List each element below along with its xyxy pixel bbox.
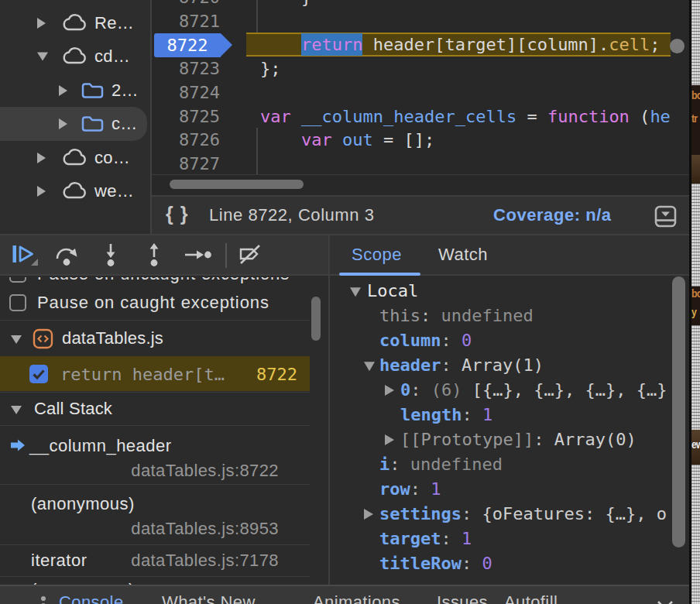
step-out-button[interactable] bbox=[143, 243, 165, 266]
tree-item-c[interactable]: c… bbox=[0, 107, 147, 141]
chevron-down-icon[interactable] bbox=[350, 287, 361, 297]
toggle-drawer-icon[interactable] bbox=[654, 205, 677, 228]
drawer-tab-animations[interactable]: Animations bbox=[313, 592, 400, 604]
code-token: header[target][column]. bbox=[362, 35, 609, 54]
chevron-down-icon[interactable] bbox=[37, 53, 48, 61]
drawer-tab-issues[interactable]: Issues bbox=[437, 592, 488, 604]
tab-watch[interactable]: Watch bbox=[438, 245, 488, 265]
deactivate-breakpoints-button[interactable] bbox=[238, 243, 263, 266]
more-tabs-icon[interactable] bbox=[41, 596, 46, 604]
breakpoint-code-snippet: return header[t… bbox=[60, 364, 225, 383]
scope-row[interactable]: target: 1 bbox=[330, 527, 685, 551]
scope-row[interactable]: settings: {oFeatures: {…}, o bbox=[330, 502, 685, 527]
code-token: __column_header_cells bbox=[301, 107, 516, 126]
scope-row[interactable]: 0: (6) [{…}, {…}, {…}, {…} bbox=[330, 378, 685, 403]
scope-entry-text: Local bbox=[367, 279, 418, 304]
chevron-right-icon[interactable] bbox=[364, 509, 373, 520]
scope-row[interactable]: [[Prototype]]: Array(0) bbox=[330, 427, 685, 452]
tree-item-label: cd… bbox=[94, 46, 130, 67]
chevron-right-icon[interactable] bbox=[385, 434, 394, 445]
chevron-right-icon[interactable] bbox=[37, 153, 46, 163]
scope-row[interactable]: length: 1 bbox=[330, 403, 685, 427]
chevron-down-icon[interactable] bbox=[364, 362, 375, 371]
scope-row[interactable]: i: undefined bbox=[330, 452, 685, 477]
tree-item-2[interactable]: 2… bbox=[0, 74, 150, 108]
debugger-scrollbar[interactable] bbox=[311, 297, 321, 341]
code-area[interactable]: } return header[target][column].cell;};v… bbox=[246, 0, 671, 174]
drawer-tab-whatsnew[interactable]: What's New bbox=[162, 592, 256, 604]
drawer-tab-console[interactable]: Console bbox=[59, 592, 124, 604]
line-number[interactable]: 8725 bbox=[152, 105, 220, 129]
scope-row[interactable]: Local bbox=[330, 279, 685, 304]
resume-script-execution-button[interactable] bbox=[12, 243, 38, 266]
tree-item-co[interactable]: co… bbox=[0, 141, 150, 175]
step-over-button[interactable] bbox=[54, 243, 79, 266]
scope-scrollbar[interactable] bbox=[672, 276, 685, 547]
pause-on-uncaught-exceptions-row[interactable]: Pause on uncaught exceptions bbox=[0, 277, 310, 289]
call-stack-frame[interactable]: (anonymous)dataTables.js:8953 bbox=[0, 485, 310, 545]
code-line[interactable]: var __column_header_cells = function (he… bbox=[246, 105, 671, 129]
chevron-right-icon[interactable] bbox=[59, 85, 67, 96]
breakpoint-file-group[interactable]: dataTables.js bbox=[0, 321, 310, 356]
code-line-current[interactable]: return header[target][column].cell; bbox=[246, 33, 671, 57]
line-number[interactable]: 8724 bbox=[152, 81, 220, 105]
code-line[interactable] bbox=[246, 152, 671, 174]
step-into-button[interactable] bbox=[100, 243, 122, 266]
active-tab-underline bbox=[339, 273, 420, 276]
code-line[interactable] bbox=[246, 9, 671, 33]
pause-on-uncaught-checkbox[interactable] bbox=[9, 277, 26, 283]
call-stack-frame[interactable]: iteratordataTables.js:7178 bbox=[0, 545, 310, 577]
breakpoint-entry[interactable]: return header[t… 8722 bbox=[0, 356, 310, 391]
line-number[interactable]: 8720 bbox=[152, 0, 220, 9]
tree-item-label: we… bbox=[94, 181, 134, 201]
collapse-icon[interactable] bbox=[11, 335, 22, 344]
chevron-right-icon[interactable] bbox=[37, 186, 46, 197]
tree-item-label: Re… bbox=[94, 13, 134, 33]
line-number[interactable]: 8726 bbox=[152, 128, 220, 152]
tree-item-we[interactable]: we… bbox=[0, 174, 150, 208]
folder-icon bbox=[81, 80, 105, 101]
editor-horizontal-scrollbar[interactable] bbox=[170, 180, 304, 189]
scope-row[interactable]: column: 0 bbox=[330, 328, 685, 353]
page-fragment: ew bbox=[691, 430, 700, 465]
step-button[interactable] bbox=[184, 243, 212, 266]
line-number[interactable]: 8721 bbox=[152, 9, 220, 33]
scope-row[interactable]: header: Array(1) bbox=[330, 353, 685, 378]
scope-row[interactable]: row: 1 bbox=[330, 477, 685, 502]
drawer-tab-autofill[interactable]: Autofill bbox=[504, 592, 558, 604]
code-token: function bbox=[547, 107, 630, 126]
code-token: out bbox=[342, 130, 373, 149]
coverage-link[interactable]: Coverage: n/a bbox=[493, 205, 612, 225]
code-line[interactable]: var out = []; bbox=[246, 128, 671, 152]
collapse-icon[interactable] bbox=[11, 406, 22, 414]
line-number[interactable]: 8727 bbox=[152, 152, 220, 176]
chevron-right-icon[interactable] bbox=[59, 118, 67, 129]
sidebar-tab-bar: Scope Watch bbox=[330, 235, 689, 276]
code-token: = bbox=[516, 107, 547, 126]
tab-scope[interactable]: Scope bbox=[352, 245, 402, 265]
chevron-right-icon[interactable] bbox=[385, 385, 394, 396]
scope-row[interactable]: this: undefined bbox=[330, 304, 685, 328]
tree-item-re[interactable]: Re… bbox=[0, 6, 150, 40]
scope-entry-text: header: Array(1) bbox=[379, 353, 544, 378]
line-number[interactable]: 8723 bbox=[152, 57, 220, 81]
code-line[interactable]: } bbox=[246, 0, 671, 9]
call-stack-section-header[interactable]: Call Stack bbox=[0, 392, 310, 426]
code-line[interactable] bbox=[246, 81, 671, 105]
page-fragment bbox=[691, 184, 700, 287]
editor-vertical-scrollbar[interactable] bbox=[670, 39, 685, 53]
pause-on-caught-exceptions-row[interactable]: Pause on caught exceptions bbox=[0, 288, 310, 317]
tree-item-cd[interactable]: cd… bbox=[0, 39, 150, 74]
pause-on-caught-checkbox[interactable] bbox=[9, 294, 26, 311]
scope-entry-text: i: undefined bbox=[379, 452, 503, 477]
pretty-print-icon[interactable]: { } bbox=[166, 203, 189, 225]
call-stack-frame-active[interactable]: __column_headerdataTables.js:8722 bbox=[0, 427, 310, 485]
chevron-right-icon[interactable] bbox=[37, 18, 46, 29]
close-drawer-icon[interactable] bbox=[655, 599, 675, 604]
debugger-sidebar: Pause on uncaught exceptions Pause on ca… bbox=[0, 234, 330, 585]
breakpoint-checkbox[interactable] bbox=[29, 365, 48, 383]
code-line[interactable]: }; bbox=[246, 57, 671, 81]
execution-line-badge[interactable]: 8722 bbox=[154, 33, 221, 57]
code-editor: 87208721872287238724872587268727 } retur… bbox=[152, 0, 689, 234]
scope-row[interactable]: titleRow: 0 bbox=[330, 551, 685, 576]
